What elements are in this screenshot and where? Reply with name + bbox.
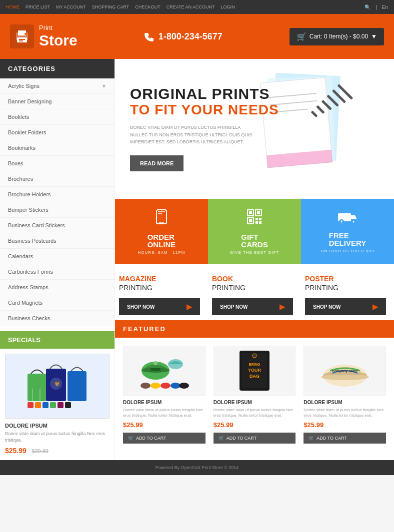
sidebar-item-brochure-holders[interactable]: Brochure Holders xyxy=(0,187,114,202)
add-to-cart-2[interactable]: 🛒 ADD TO CART xyxy=(214,433,296,444)
shop-now-book[interactable]: SHOP NOW ▶ xyxy=(212,298,293,315)
svg-rect-40 xyxy=(259,218,262,220)
arrow-right-icon: ▶ xyxy=(186,303,192,311)
search-icon[interactable]: 🔍 xyxy=(364,4,370,10)
top-bar-right: 🔍 | En xyxy=(364,4,388,10)
svg-text:BAG: BAG xyxy=(250,374,260,379)
svg-rect-50 xyxy=(150,368,160,371)
sidebar-item-stamps[interactable]: Address Stamps xyxy=(0,280,114,295)
cart-icon: 🛒 xyxy=(308,436,314,441)
product-price-1: $25.99 xyxy=(123,421,206,429)
product-title-1: DOLORE IPSUM xyxy=(123,400,206,405)
sidebar-item-acrylic[interactable]: Acrylic Signs ▼ xyxy=(0,78,114,94)
feature-box-delivery[interactable]: FREE DELIVERY ON ORDERS OVER $99 xyxy=(301,199,394,264)
chevron-down-icon: ▼ xyxy=(102,83,106,89)
logo-text: Print Store xyxy=(39,24,78,48)
hero-title-main: ORIGINAL PRINTS xyxy=(130,86,279,101)
specials-button[interactable]: SPECIALS xyxy=(0,331,114,349)
sidebar-item-magnets[interactable]: Card Magnets xyxy=(0,295,114,311)
svg-rect-42 xyxy=(259,221,262,224)
svg-rect-36 xyxy=(257,211,260,214)
hero-title-sub: TO FIT YOUR NEEDS xyxy=(130,101,279,118)
footer: Powered By OpenCart Print Store © 2014 xyxy=(0,460,394,475)
sidebar-item-booklet-folders[interactable]: Booklet Folders xyxy=(0,125,114,140)
product-desc-3: Donec vitae diam ut purus luctus fringil… xyxy=(304,407,386,418)
featured-header: FEATURED xyxy=(115,320,394,338)
feature-order-subtitle: HOURS: 8AM - 11PM xyxy=(138,250,186,255)
nav-login[interactable]: LOGIN xyxy=(221,4,235,9)
svg-text:🦁: 🦁 xyxy=(54,381,60,387)
sidebar-product-price: $25.99 xyxy=(5,447,26,455)
nav-create[interactable]: CREATE AN ACCOUNT xyxy=(166,4,215,9)
svg-point-53 xyxy=(140,383,150,389)
svg-point-55 xyxy=(160,383,170,389)
sidebar-item-bumper[interactable]: Bumper Stickers xyxy=(0,202,114,218)
feature-delivery-subtitle: ON ORDERS OVER $99 xyxy=(321,249,374,253)
feature-delivery-title: FREE DELIVERY xyxy=(329,232,366,247)
nav-checkout[interactable]: CHECKOUT xyxy=(135,4,160,9)
sidebar-item-calendars[interactable]: Calendars xyxy=(0,249,114,264)
feature-box-gift[interactable]: GIFT CARDS GIVE THE BEST GIFT xyxy=(208,199,301,264)
nav-home[interactable]: HOME xyxy=(6,4,20,9)
featured-products: DOLORE IPSUM Donec vitae diam ut purus l… xyxy=(115,338,394,452)
product-title-2: DOLORE IPSUM xyxy=(214,400,296,405)
svg-rect-15 xyxy=(42,402,48,408)
top-bar: HOME PRICE LIST MY ACCOUNT SHOPPING CART… xyxy=(0,0,394,14)
hero-text: ORIGINAL PRINTS TO FIT YOUR NEEDS DONEC … xyxy=(130,86,279,172)
content-area: ORIGINAL PRINTS TO FIT YOUR NEEDS DONEC … xyxy=(115,59,394,460)
sidebar: CATEGORIES Acrylic Signs ▼ Banner Design… xyxy=(0,59,115,460)
add-to-cart-1[interactable]: 🛒 ADD TO CART xyxy=(123,433,206,444)
nav-cart[interactable]: SHOPPING CART xyxy=(92,4,129,9)
sidebar-item-booklets[interactable]: Booklets xyxy=(0,109,114,125)
sidebar-item-brochures[interactable]: Brochures xyxy=(0,171,114,187)
truck-icon xyxy=(337,209,358,228)
svg-rect-41 xyxy=(256,221,258,224)
sidebar-product-title: DOLORE IPSUM xyxy=(5,423,110,429)
sidebar-item-checks[interactable]: Business Checks xyxy=(0,311,114,326)
main-container: CATEGORIES Acrylic Signs ▼ Banner Design… xyxy=(0,59,394,460)
product-card-3: company name DOLORE IPSUM Donec vitae di… xyxy=(300,346,390,444)
print-section-magazine: MAGAZINE PRINTING SHOP NOW ▶ xyxy=(115,274,208,315)
nav-account[interactable]: MY ACCOUNT xyxy=(56,4,86,9)
shop-now-magazine[interactable]: SHOP NOW ▶ xyxy=(119,298,200,315)
sidebar-item-carbonless[interactable]: Carbonless Forms xyxy=(0,264,114,280)
svg-point-51 xyxy=(154,361,158,365)
poster-title: POSTER PRINTING xyxy=(305,274,386,292)
sidebar-item-boxes[interactable]: Boxes xyxy=(0,156,114,171)
logo[interactable]: Print Store xyxy=(10,24,78,48)
svg-rect-14 xyxy=(35,402,41,408)
arrow-right-icon: ▶ xyxy=(280,303,285,311)
feature-boxes: ORDER ONLINE HOURS: 8AM - 11PM xyxy=(115,199,394,264)
product-image-3: company name xyxy=(304,346,386,396)
svg-rect-1 xyxy=(18,30,26,35)
product-desc-2: Donec vitae diam ut purus luctus fringil… xyxy=(214,407,296,418)
add-to-cart-3[interactable]: 🛒 ADD TO CART xyxy=(304,433,386,444)
read-more-button[interactable]: READ MORE xyxy=(130,155,184,171)
svg-rect-6 xyxy=(28,374,46,401)
svg-text:company name: company name xyxy=(332,369,358,373)
print-sections: MAGAZINE PRINTING SHOP NOW ▶ BOOK PRINTI… xyxy=(115,264,394,315)
svg-rect-18 xyxy=(65,402,71,408)
sidebar-item-bookmarks[interactable]: Bookmarks xyxy=(0,140,114,156)
arrow-right-icon: ▶ xyxy=(372,303,378,311)
svg-rect-17 xyxy=(58,402,64,408)
hero-description: DONEC VITAE DIAM UT PURUS LUCTUS FRINGIL… xyxy=(130,124,255,145)
svg-rect-16 xyxy=(50,402,56,408)
cart-button[interactable]: 🛒 Cart: 0 Item(s) - $0.00 ▼ xyxy=(290,28,384,45)
sidebar-product-old-price: $39.89 xyxy=(32,448,48,454)
shop-now-poster[interactable]: SHOP NOW ▶ xyxy=(305,298,386,315)
hero-banner: ORIGINAL PRINTS TO FIT YOUR NEEDS DONEC … xyxy=(115,59,394,199)
nav-pricelist[interactable]: PRICE LIST xyxy=(26,4,50,9)
phone-icon xyxy=(152,208,170,229)
svg-rect-13 xyxy=(28,402,34,408)
cart-icon: 🛒 xyxy=(128,436,134,441)
sidebar-item-biz-post[interactable]: Business Postcards xyxy=(0,233,114,249)
sidebar-item-banner[interactable]: Banner Designing xyxy=(0,94,114,109)
print-section-book: BOOK PRINTING SHOP NOW ▶ xyxy=(208,274,301,315)
feature-gift-title: GIFT CARDS xyxy=(241,233,268,248)
feature-box-order[interactable]: ORDER ONLINE HOURS: 8AM - 11PM xyxy=(115,199,208,264)
svg-rect-4 xyxy=(19,40,23,41)
cart-icon: 🛒 xyxy=(218,436,224,441)
en-label[interactable]: En xyxy=(382,4,388,10)
sidebar-item-biz-card[interactable]: Business Card Stickers xyxy=(0,218,114,233)
